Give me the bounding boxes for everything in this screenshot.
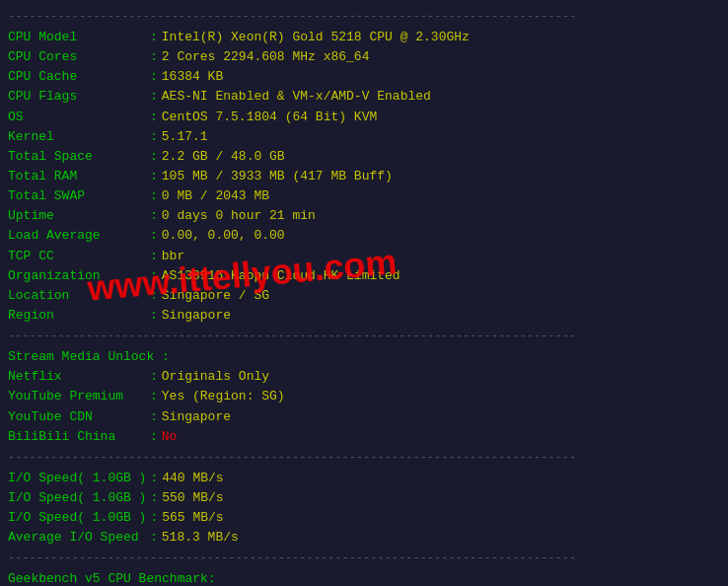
row-value: 2.2 GB / 48.0 GB (162, 147, 285, 167)
row-label: Organization (8, 266, 146, 286)
stream-value: No (162, 427, 178, 447)
stream-media-title: Stream Media Unlock : (8, 347, 720, 367)
row-value: 16384 KB (162, 67, 223, 87)
io-speed-section: I/O Speed( 1.0GB ):440 MB/sI/O Speed( 1.… (8, 469, 720, 549)
stream-value: Originals Only (162, 367, 269, 387)
io-value: 565 MB/s (162, 508, 223, 528)
colon: : (150, 147, 158, 167)
colon: : (150, 47, 158, 67)
row-label: OS (8, 108, 146, 127)
stream-label: Netflix (8, 367, 146, 387)
colon: : (150, 127, 158, 147)
stream-value: Singapore (162, 407, 231, 427)
table-row: Total SWAP:0 MB / 2043 MB (8, 186, 720, 206)
table-row: Load Average:0.00, 0.00, 0.00 (8, 226, 720, 246)
colon: : (150, 206, 158, 226)
table-row: OS:CentOS 7.5.1804 (64 Bit) KVM (8, 108, 720, 127)
system-info-section: CPU Model:Intel(R) Xeon(R) Gold 5218 CPU… (8, 28, 720, 326)
row-value: CentOS 7.5.1804 (64 Bit) KVM (162, 108, 377, 127)
io-row: Average I/O Speed:518.3 MB/s (8, 528, 720, 548)
row-value: 0 MB / 2043 MB (162, 186, 269, 206)
stream-label: YouTube CDN (8, 407, 146, 427)
colon: : (150, 247, 158, 266)
colon: : (150, 186, 158, 206)
table-row: Location:Singapore / SG (8, 286, 720, 306)
divider-1: ----------------------------------------… (8, 330, 720, 343)
row-value: Singapore (162, 306, 231, 326)
colon: : (150, 108, 158, 127)
row-label: CPU Cache (8, 67, 146, 87)
row-label: Location (8, 286, 146, 306)
io-label: I/O Speed( 1.0GB ) (8, 508, 146, 528)
row-label: CPU Model (8, 28, 146, 47)
colon: : (150, 28, 158, 47)
colon: : (150, 387, 158, 406)
row-value: Intel(R) Xeon(R) Gold 5218 CPU @ 2.30GHz (162, 28, 470, 47)
row-value: AES-NI Enabled & VM-x/AMD-V Enabled (162, 87, 431, 107)
colon: : (150, 167, 158, 186)
row-value: AS138915 Kaopu Cloud HK Limited (162, 266, 400, 286)
io-label: I/O Speed( 1.0GB ) (8, 488, 146, 508)
colon: : (150, 67, 158, 87)
row-value: 2 Cores 2294.608 MHz x86_64 (162, 47, 370, 67)
colon: : (150, 407, 158, 427)
table-row: Kernel:5.17.1 (8, 127, 720, 147)
row-value: 105 MB / 3933 MB (417 MB Buff) (162, 167, 393, 186)
colon: : (150, 528, 158, 548)
stream-media-section: Netflix:Originals OnlyYouTube Premium:Ye… (8, 367, 720, 447)
table-row: CPU Cores:2 Cores 2294.608 MHz x86_64 (8, 47, 720, 67)
table-row: Region:Singapore (8, 306, 720, 326)
top-divider: ----------------------------------------… (8, 10, 720, 24)
table-row: Total Space:2.2 GB / 48.0 GB (8, 147, 720, 167)
geekbench-title: Geekbench v5 CPU Benchmark: (8, 569, 720, 586)
row-label: Total Space (8, 147, 146, 167)
colon: : (150, 226, 158, 246)
colon: : (150, 367, 158, 387)
table-row: Total RAM:105 MB / 3933 MB (417 MB Buff) (8, 167, 720, 186)
colon: : (150, 508, 158, 528)
colon: : (150, 306, 158, 326)
stream-label: YouTube Premium (8, 387, 146, 406)
stream-label: BiliBili China (8, 427, 146, 447)
colon: : (150, 488, 158, 508)
row-value: Singapore / SG (162, 286, 269, 306)
colon: : (150, 469, 158, 488)
table-row: Organization:AS138915 Kaopu Cloud HK Lim… (8, 266, 720, 286)
table-row: CPU Flags:AES-NI Enabled & VM-x/AMD-V En… (8, 87, 720, 107)
row-label: Total RAM (8, 167, 146, 186)
row-value: bbr (162, 247, 184, 266)
stream-row: Netflix:Originals Only (8, 367, 720, 387)
row-value: 0.00, 0.00, 0.00 (162, 226, 285, 246)
table-row: Uptime:0 days 0 hour 21 min (8, 206, 720, 226)
io-row: I/O Speed( 1.0GB ):550 MB/s (8, 488, 720, 508)
io-row: I/O Speed( 1.0GB ):565 MB/s (8, 508, 720, 528)
stream-row: YouTube Premium:Yes (Region: SG) (8, 387, 720, 406)
io-label: Average I/O Speed (8, 528, 146, 548)
table-row: CPU Model:Intel(R) Xeon(R) Gold 5218 CPU… (8, 28, 720, 47)
row-label: CPU Cores (8, 47, 146, 67)
row-value: 0 days 0 hour 21 min (162, 206, 316, 226)
stream-row: BiliBili China:No (8, 427, 720, 447)
table-row: TCP CC:bbr (8, 247, 720, 266)
divider-3: ----------------------------------------… (8, 551, 720, 565)
stream-row: YouTube CDN:Singapore (8, 407, 720, 427)
io-value: 518.3 MB/s (162, 528, 239, 548)
row-label: Region (8, 306, 146, 326)
colon: : (150, 266, 158, 286)
colon: : (150, 427, 158, 447)
row-label: Load Average (8, 226, 146, 246)
divider-2: ----------------------------------------… (8, 451, 720, 465)
row-label: Uptime (8, 206, 146, 226)
io-value: 440 MB/s (162, 469, 223, 488)
io-value: 550 MB/s (162, 488, 223, 508)
row-label: TCP CC (8, 247, 146, 266)
io-label: I/O Speed( 1.0GB ) (8, 469, 146, 488)
row-label: Kernel (8, 127, 146, 147)
row-label: CPU Flags (8, 87, 146, 107)
io-row: I/O Speed( 1.0GB ):440 MB/s (8, 469, 720, 488)
stream-value: Yes (Region: SG) (162, 387, 285, 406)
row-value: 5.17.1 (162, 127, 208, 147)
table-row: CPU Cache:16384 KB (8, 67, 720, 87)
colon: : (150, 286, 158, 306)
colon: : (150, 87, 158, 107)
